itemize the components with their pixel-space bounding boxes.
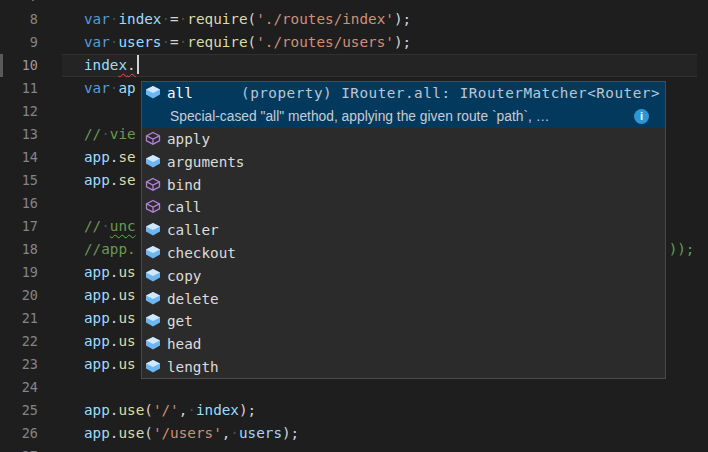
code-token: // (84, 218, 101, 234)
line-number[interactable]: 17 (0, 215, 62, 238)
line-number[interactable]: 7 (0, 0, 62, 8)
code-line-25[interactable]: 25app.use('/',·index); (0, 399, 708, 422)
code-token: · (101, 126, 110, 142)
line-number[interactable]: 23 (0, 353, 62, 376)
code-token: us (118, 310, 135, 326)
code-token: us (118, 264, 135, 280)
code-token: app (84, 333, 110, 349)
line-number[interactable]: 11 (0, 77, 62, 100)
line-number[interactable]: 10 (0, 54, 62, 77)
code-token: ( (248, 34, 257, 50)
code-token: vie (110, 126, 136, 142)
info-icon[interactable]: i (634, 109, 649, 124)
suggestion-selected[interactable]: all (property) IRouter.all: IRouterMatch… (142, 82, 665, 128)
code-token: us (118, 356, 135, 372)
field-icon (145, 291, 161, 307)
line-number[interactable]: 8 (0, 8, 62, 31)
suggestion-item-label: copy (167, 268, 201, 284)
method-icon (145, 199, 161, 215)
code-line-24[interactable]: 24 (0, 376, 708, 399)
code-token: ( (144, 402, 153, 418)
suggestion-item-label: checkout (167, 245, 236, 261)
suggestion-doc-row: Special-cased "all" method, applying the… (142, 105, 665, 128)
field-icon (145, 245, 161, 261)
suggestion-item-call[interactable]: call (142, 196, 665, 219)
code-token: app (84, 172, 110, 188)
suggestion-item-checkout[interactable]: checkout (142, 242, 665, 265)
code-line-7[interactable]: 7 (0, 0, 708, 8)
line-number[interactable]: 22 (0, 330, 62, 353)
field-icon (145, 313, 161, 329)
code-token: ); (394, 34, 411, 50)
text-cursor (137, 55, 139, 74)
suggestion-list: applyargumentsbindcallcallercheckoutcopy… (142, 128, 665, 379)
suggestion-item-head[interactable]: head (142, 333, 665, 356)
line-number[interactable]: 16 (0, 192, 62, 215)
code-line-9[interactable]: 9var·users·=·require('./routes/users'); (0, 31, 708, 54)
suggestion-item-delete[interactable]: delete (142, 287, 665, 310)
line-number[interactable]: 18 (0, 238, 62, 261)
code-token: )); (669, 241, 695, 257)
suggestion-item-arguments[interactable]: arguments (142, 150, 665, 173)
code-line-content (84, 376, 708, 399)
code-token: · (161, 11, 170, 27)
code-token: './routes/users' (256, 34, 394, 50)
code-token: app (84, 425, 110, 441)
code-line-content: app.use('/users',·users); (84, 422, 708, 445)
code-token: ); (239, 402, 256, 418)
code-token: app (84, 356, 110, 372)
code-token: . (127, 57, 136, 73)
code-token: ap (118, 80, 135, 96)
code-token: users (118, 34, 161, 50)
line-number[interactable]: 27 (0, 445, 62, 452)
line-number[interactable]: 20 (0, 284, 62, 307)
line-number[interactable]: 15 (0, 169, 62, 192)
code-token: require (187, 34, 247, 50)
code-token: index (196, 402, 239, 418)
code-token: var (84, 11, 110, 27)
suggestion-selected-row[interactable]: all (property) IRouter.all: IRouterMatch… (142, 82, 665, 105)
code-token: se (118, 172, 135, 188)
code-line-8[interactable]: 8var·index·=·require('./routes/index'); (0, 8, 708, 31)
code-token: ); (394, 11, 411, 27)
suggestion-item-bind[interactable]: bind (142, 173, 665, 196)
line-number[interactable]: 19 (0, 261, 62, 284)
line-number[interactable]: 9 (0, 31, 62, 54)
code-token: unc (110, 218, 136, 234)
line-number[interactable]: 26 (0, 422, 62, 445)
suggestion-item-label: length (167, 359, 219, 375)
field-icon (145, 336, 161, 352)
code-line-content: var·users·=·require('./routes/users'); (84, 31, 708, 54)
code-token: us (118, 287, 135, 303)
code-token: ( (248, 11, 257, 27)
suggestion-item-caller[interactable]: caller (142, 219, 665, 242)
suggestion-item-label: get (167, 313, 193, 329)
line-number[interactable]: 25 (0, 399, 62, 422)
code-line-27[interactable]: 27 (0, 445, 708, 452)
method-icon (145, 177, 161, 193)
code-token: app (84, 310, 110, 326)
suggestion-item-apply[interactable]: apply (142, 128, 665, 151)
code-token: · (187, 402, 196, 418)
code-token: = (170, 34, 179, 50)
code-line-26[interactable]: 26app.use('/users',·users); (0, 422, 708, 445)
code-token: use (118, 402, 144, 418)
field-icon (145, 154, 161, 170)
line-number[interactable]: 24 (0, 376, 62, 399)
suggestion-item-get[interactable]: get (142, 310, 665, 333)
code-token: us (118, 333, 135, 349)
field-icon (145, 359, 161, 375)
line-number[interactable]: 13 (0, 123, 62, 146)
line-number[interactable]: 12 (0, 100, 62, 123)
suggestion-item-copy[interactable]: copy (142, 264, 665, 287)
line-number[interactable]: 14 (0, 146, 62, 169)
suggestion-item-length[interactable]: length (142, 356, 665, 379)
code-token: se (118, 149, 135, 165)
code-token: '/users' (153, 425, 222, 441)
suggestion-item-label: apply (167, 131, 210, 147)
line-number[interactable]: 21 (0, 307, 62, 330)
field-icon (145, 85, 161, 101)
code-line-content: var·index·=·require('./routes/index'); (84, 8, 708, 31)
suggestion-item-label: arguments (167, 154, 244, 170)
code-line-10[interactable]: 10index. (0, 54, 708, 77)
